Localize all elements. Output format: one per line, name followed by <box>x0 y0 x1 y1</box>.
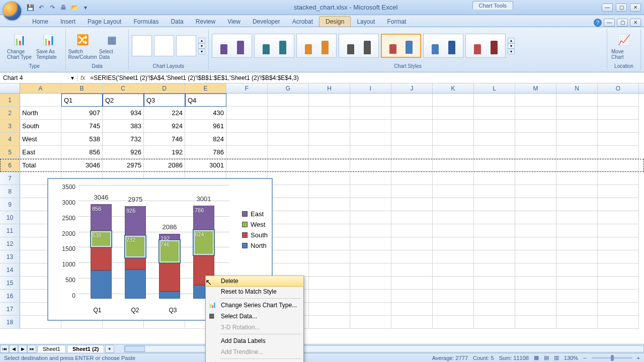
cell[interactable] <box>556 107 598 120</box>
column-header[interactable]: L <box>474 83 515 93</box>
column-header[interactable]: A <box>20 83 61 93</box>
cell[interactable] <box>474 120 515 133</box>
cell[interactable] <box>556 94 598 107</box>
column-header[interactable]: I <box>350 83 391 93</box>
cell[interactable] <box>598 316 639 329</box>
cell[interactable] <box>268 237 309 250</box>
row-header[interactable]: 10 <box>0 211 20 224</box>
column-header[interactable]: N <box>556 83 598 93</box>
cell[interactable] <box>391 94 433 107</box>
row-header[interactable]: 16 <box>0 290 20 303</box>
cell[interactable] <box>268 185 309 198</box>
name-box-dropdown-icon[interactable]: ▾ <box>71 74 74 81</box>
cell[interactable] <box>515 107 556 120</box>
cell[interactable]: Q1 <box>61 94 103 107</box>
cell[interactable] <box>556 250 598 263</box>
cell[interactable] <box>391 250 433 263</box>
tab-developer[interactable]: Developer <box>247 17 286 27</box>
cell[interactable] <box>433 224 474 237</box>
cell[interactable] <box>598 146 639 159</box>
row-header[interactable]: 5 <box>0 146 20 159</box>
cell[interactable] <box>391 290 433 303</box>
bar-segment[interactable]: 538 <box>91 231 112 247</box>
cell[interactable] <box>226 133 268 146</box>
column-header[interactable]: C <box>103 83 144 93</box>
cell[interactable] <box>268 146 309 159</box>
row-header[interactable]: 8 <box>0 185 20 198</box>
cell[interactable] <box>350 94 391 107</box>
context-menu-item[interactable]: Add Data Labels <box>206 335 303 346</box>
cell[interactable] <box>474 303 515 316</box>
redo-icon[interactable]: ↷ <box>48 4 56 12</box>
cell[interactable]: 224 <box>144 107 185 120</box>
cell[interactable] <box>309 224 350 237</box>
row-header[interactable]: 7 <box>0 172 20 185</box>
cell[interactable] <box>226 159 268 172</box>
cell[interactable] <box>515 237 556 250</box>
tab-acrobat[interactable]: Acrobat <box>286 17 319 27</box>
cell[interactable] <box>309 316 350 329</box>
cell[interactable] <box>391 159 433 172</box>
cell[interactable] <box>474 159 515 172</box>
cell[interactable] <box>474 290 515 303</box>
cell[interactable] <box>391 237 433 250</box>
cell[interactable]: Q3 <box>144 94 185 107</box>
cell[interactable] <box>226 107 268 120</box>
context-menu-item[interactable]: 📈Format Data Series... <box>206 360 303 362</box>
cell[interactable]: 2086 <box>144 159 185 172</box>
stacked-bar[interactable]: 732926 <box>125 206 146 299</box>
cell[interactable] <box>598 250 639 263</box>
cell[interactable] <box>433 185 474 198</box>
cell[interactable] <box>515 250 556 263</box>
row-header[interactable]: 14 <box>0 263 20 277</box>
save-icon[interactable]: 💾 <box>26 4 34 12</box>
name-box[interactable]: Chart 4▾ <box>0 74 77 81</box>
stacked-bar[interactable]: 538856 <box>91 204 112 299</box>
save-as-template-button[interactable]: 📊Save As Template <box>35 31 62 61</box>
cell[interactable] <box>350 290 391 303</box>
cell[interactable]: West <box>20 133 61 146</box>
cell[interactable] <box>226 120 268 133</box>
tab-insert[interactable]: Insert <box>54 17 82 27</box>
cell[interactable]: 192 <box>144 146 185 159</box>
cell[interactable] <box>309 263 350 277</box>
cell[interactable] <box>556 290 598 303</box>
cell[interactable] <box>515 211 556 224</box>
cell[interactable] <box>474 172 515 185</box>
cell[interactable] <box>598 303 639 316</box>
cell[interactable] <box>474 250 515 263</box>
chart-style-thumb[interactable] <box>296 34 337 58</box>
cell[interactable] <box>515 303 556 316</box>
row-header[interactable]: 13 <box>0 250 20 263</box>
new-sheet-button[interactable]: ✶ <box>105 345 114 353</box>
select-all-corner[interactable] <box>0 83 20 93</box>
cell[interactable] <box>598 120 639 133</box>
cell[interactable]: 856 <box>61 146 103 159</box>
cell[interactable] <box>350 224 391 237</box>
cell[interactable] <box>433 146 474 159</box>
workbook-restore-button[interactable]: ▢ <box>617 19 628 27</box>
column-header[interactable]: G <box>268 83 309 93</box>
cell[interactable] <box>350 277 391 290</box>
bar-segment[interactable]: 732 <box>125 235 146 258</box>
cell[interactable]: 3046 <box>61 159 103 172</box>
legend-item[interactable]: West <box>242 221 268 228</box>
cell[interactable] <box>556 172 598 185</box>
chart-layout-thumb[interactable] <box>176 35 196 56</box>
cell[interactable] <box>474 277 515 290</box>
cell[interactable] <box>474 94 515 107</box>
cell[interactable]: South <box>20 120 61 133</box>
cell[interactable] <box>598 263 639 277</box>
cell[interactable] <box>556 303 598 316</box>
tab-page-layout[interactable]: Page Layout <box>82 17 127 27</box>
cell[interactable] <box>309 185 350 198</box>
column-header[interactable]: B <box>61 83 103 93</box>
change-chart-type-button[interactable]: 📊Change Chart Type <box>6 31 33 61</box>
cell[interactable]: 907 <box>61 107 103 120</box>
cell[interactable] <box>556 146 598 159</box>
row-header[interactable]: 18 <box>0 316 20 329</box>
cell[interactable]: 383 <box>103 120 144 133</box>
cell[interactable]: 786 <box>185 146 226 159</box>
sheet-tab[interactable]: Sheet1 (2) <box>67 345 105 352</box>
cell[interactable] <box>391 303 433 316</box>
